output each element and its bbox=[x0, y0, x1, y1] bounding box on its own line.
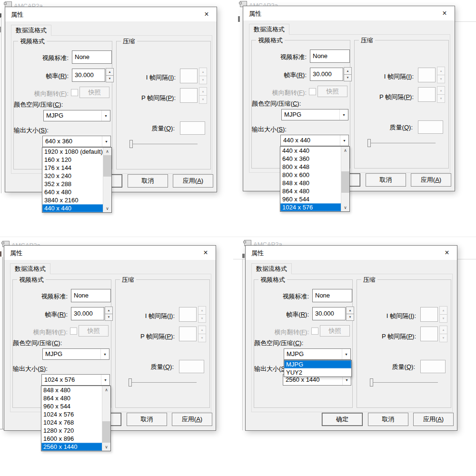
open-dropdown-list[interactable]: 848 x 480864 x 480960 x 5441024 x 576102… bbox=[41, 386, 111, 451]
spinner-down-icon[interactable]: ▼ bbox=[106, 76, 114, 83]
dropdown-option[interactable]: 864 x 480 bbox=[41, 394, 102, 402]
spinner-up-icon[interactable]: ▲ bbox=[344, 67, 352, 75]
dropdown-option[interactable]: 864 x 480 bbox=[280, 187, 341, 195]
quality-slider-track bbox=[368, 143, 436, 143]
chevron-down-icon[interactable]: ▼ bbox=[340, 135, 348, 146]
scrollbar-thumb[interactable] bbox=[103, 155, 111, 177]
dialog-titlebar[interactable]: 属性 × bbox=[5, 7, 217, 21]
chevron-down-icon[interactable]: ▼ bbox=[100, 349, 109, 359]
scrollbar-thumb[interactable] bbox=[102, 421, 110, 443]
cancel-button[interactable]: 取消 bbox=[366, 173, 406, 187]
quality-slider-handle[interactable] bbox=[370, 378, 373, 387]
chevron-down-icon[interactable]: ▼ bbox=[339, 109, 348, 120]
dialog-titlebar[interactable]: 属性 × bbox=[243, 6, 455, 20]
frame-rate-input[interactable]: 30.000 bbox=[310, 68, 343, 81]
colorspace-combobox[interactable]: MJPG ▼ bbox=[284, 348, 351, 360]
dropdown-scrollbar[interactable]: ∧ ∨ bbox=[341, 147, 349, 211]
dropdown-option[interactable]: 960 x 544 bbox=[280, 195, 341, 203]
frame-rate-input[interactable]: 30.000 bbox=[72, 69, 105, 82]
dropdown-option[interactable]: 1920 x 1080 (default) bbox=[42, 148, 103, 156]
apply-button[interactable]: 应用(A) bbox=[411, 173, 451, 187]
dropdown-items: 848 x 480864 x 480960 x 5441024 x 576102… bbox=[41, 386, 102, 451]
apply-button[interactable]: 应用(A) bbox=[413, 413, 454, 426]
quality-slider-handle[interactable] bbox=[129, 140, 133, 148]
scroll-up-icon[interactable]: ∧ bbox=[102, 386, 110, 394]
quality-slider-handle[interactable] bbox=[367, 139, 371, 147]
dropdown-option[interactable]: 848 x 480 bbox=[41, 386, 102, 394]
dropdown-option[interactable]: 440 x 440 bbox=[280, 147, 341, 155]
close-icon[interactable]: × bbox=[198, 247, 213, 259]
dialog-titlebar[interactable]: 属性 × bbox=[4, 246, 216, 260]
dropdown-option[interactable]: 3840 x 2160 bbox=[42, 196, 103, 204]
dropdown-option[interactable]: 352 x 288 bbox=[42, 180, 103, 188]
dropdown-option[interactable]: MJPG bbox=[284, 360, 351, 368]
dropdown-option[interactable]: 640 x 360 bbox=[280, 155, 341, 163]
dropdown-option[interactable]: 960 x 544 bbox=[41, 402, 102, 410]
dropdown-option[interactable]: YUY2 bbox=[284, 368, 351, 377]
cancel-button[interactable]: 取消 bbox=[128, 174, 168, 188]
dropdown-scrollbar[interactable]: ∧ ∨ bbox=[103, 148, 111, 212]
dropdown-option[interactable]: 1024 x 768 bbox=[41, 418, 102, 426]
scroll-down-icon[interactable]: ∨ bbox=[341, 204, 349, 211]
dropdown-option[interactable]: 1280 x 720 bbox=[41, 426, 102, 435]
chevron-down-icon[interactable]: ▼ bbox=[101, 375, 109, 385]
close-icon[interactable]: × bbox=[437, 7, 452, 20]
dropdown-option[interactable]: 160 x 120 bbox=[42, 156, 103, 164]
output-size-label: 输出大小(S): bbox=[13, 365, 48, 373]
spinner-down-icon: ▼ bbox=[439, 315, 447, 323]
spinner-up-icon[interactable]: ▲ bbox=[106, 68, 114, 76]
dropdown-option[interactable]: 440 x 440 bbox=[42, 204, 103, 212]
colorspace-combobox[interactable]: MJPG ▼ bbox=[281, 109, 348, 120]
compression-group-label: 压缩 bbox=[120, 276, 136, 284]
properties-dialog: 属性 × 数据流格式 视频格式 压缩 视频标准: None 帧率(R): 30.… bbox=[5, 7, 217, 192]
chevron-down-icon[interactable]: ▼ bbox=[102, 136, 110, 147]
scroll-down-icon[interactable]: ∨ bbox=[102, 443, 110, 451]
chevron-down-icon[interactable]: ▼ bbox=[342, 349, 350, 359]
frame-rate-input[interactable]: 30.000 bbox=[312, 307, 346, 320]
open-dropdown-list[interactable]: 440 x 440640 x 360800 x 448800 x 600848 … bbox=[280, 146, 350, 212]
apply-button[interactable]: 应用(A) bbox=[173, 174, 213, 188]
dropdown-option[interactable]: 1600 x 896 bbox=[41, 435, 102, 443]
open-dropdown-list[interactable]: 1920 x 1080 (default)160 x 120176 x 1443… bbox=[42, 147, 112, 213]
scroll-down-icon[interactable]: ∨ bbox=[103, 205, 111, 212]
cancel-button[interactable]: 取消 bbox=[127, 413, 167, 426]
properties-dialog: 属性 × 数据流格式 视频格式 压缩 视频标准: None 帧率(R): 30.… bbox=[4, 245, 216, 431]
open-dropdown-list[interactable]: MJPGYUY2 ∧ ∨ bbox=[284, 360, 352, 377]
dropdown-option[interactable]: 800 x 448 bbox=[280, 163, 341, 171]
tab-stream-format[interactable]: 数据流格式 bbox=[11, 25, 51, 36]
dropdown-option[interactable]: 800 x 600 bbox=[280, 171, 341, 179]
cancel-button[interactable]: 取消 bbox=[368, 413, 408, 426]
spinner-down-icon[interactable]: ▼ bbox=[105, 314, 113, 321]
ok-button[interactable]: 确定 bbox=[322, 413, 363, 426]
close-icon[interactable]: × bbox=[199, 8, 214, 20]
dropdown-option[interactable]: 2560 x 1440 bbox=[41, 443, 102, 451]
apply-button[interactable]: 应用(A) bbox=[172, 413, 212, 426]
scrollbar-thumb[interactable] bbox=[341, 171, 349, 193]
dropdown-scrollbar[interactable]: ∧ ∨ bbox=[102, 386, 110, 451]
dropdown-option[interactable]: 640 x 480 bbox=[42, 188, 103, 196]
output-size-combobox[interactable]: 440 x 440 ▼ bbox=[280, 135, 349, 146]
scroll-up-icon[interactable]: ∧ bbox=[103, 148, 111, 155]
frame-rate-input[interactable]: 30.000 bbox=[71, 307, 104, 320]
dropdown-option[interactable]: 1024 x 576 bbox=[41, 410, 102, 418]
spinner-up-icon[interactable]: ▲ bbox=[346, 307, 354, 314]
dropdown-option[interactable]: 320 x 240 bbox=[42, 172, 103, 180]
tab-stream-format[interactable]: 数据流格式 bbox=[10, 263, 50, 274]
dialog-titlebar[interactable]: 属性 × bbox=[246, 246, 457, 260]
colorspace-combobox[interactable]: MJPG ▼ bbox=[43, 110, 110, 121]
chevron-down-icon[interactable]: ▼ bbox=[101, 110, 110, 121]
output-size-combobox[interactable]: 640 x 360 ▼ bbox=[42, 136, 111, 147]
close-icon[interactable]: × bbox=[440, 247, 454, 259]
tab-stream-format[interactable]: 数据流格式 bbox=[249, 24, 289, 35]
spinner-down-icon[interactable]: ▼ bbox=[344, 75, 352, 82]
dropdown-option[interactable]: 1024 x 576 bbox=[280, 203, 341, 211]
dropdown-option[interactable]: 848 x 480 bbox=[280, 179, 341, 187]
scroll-up-icon[interactable]: ∧ bbox=[341, 147, 349, 154]
spinner-down-icon[interactable]: ▼ bbox=[346, 314, 354, 321]
colorspace-combobox[interactable]: MJPG ▼ bbox=[42, 348, 109, 360]
output-size-combobox[interactable]: 1024 x 576 ▼ bbox=[41, 374, 110, 386]
tab-stream-format[interactable]: 数据流格式 bbox=[251, 263, 292, 274]
dropdown-option[interactable]: 176 x 144 bbox=[42, 164, 103, 172]
spinner-up-icon[interactable]: ▲ bbox=[105, 307, 113, 314]
quality-slider-handle[interactable] bbox=[129, 378, 132, 387]
